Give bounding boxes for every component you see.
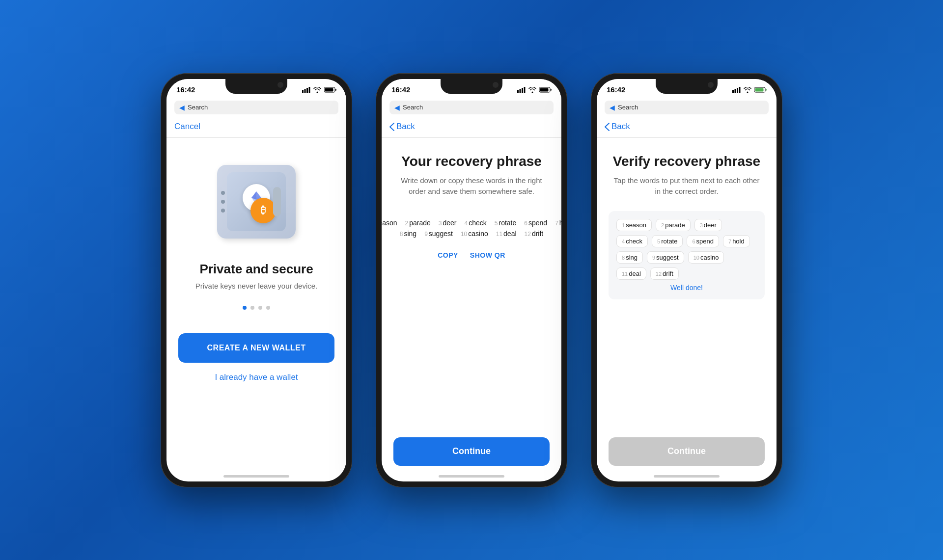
nav-bar-2: Back <box>382 116 561 138</box>
verify-word-6[interactable]: 6spend <box>687 235 719 247</box>
verify-word-3[interactable]: 3deer <box>694 219 722 231</box>
status-time-1: 16:42 <box>176 85 195 94</box>
verify-word-1[interactable]: 1season <box>616 219 652 231</box>
back-button-3[interactable]: Back <box>605 122 630 132</box>
show-qr-button[interactable]: SHOW QR <box>470 251 505 259</box>
phone-2: 16:42 ◀ Search Back Your recovery phrase… <box>376 73 567 487</box>
well-done-text: Well done! <box>616 284 757 292</box>
word-1: 1season <box>382 219 397 227</box>
verify-word-5[interactable]: 5rotate <box>652 235 683 247</box>
btc-coin: ₿ <box>250 198 276 223</box>
word-4: 4check <box>465 219 487 227</box>
home-indicator-3 <box>654 475 720 478</box>
verify-word-12[interactable]: 12drift <box>650 267 679 280</box>
search-text-2: Search <box>403 104 423 111</box>
wifi-icon-1 <box>313 87 321 93</box>
signal-icon-3 <box>732 87 741 93</box>
camera-1 <box>277 82 283 88</box>
screen3-subtitle: Tap the words to put them next to each o… <box>609 175 765 197</box>
signal-icon-2 <box>517 87 526 93</box>
screen-content-1: ₿ Private and secure Private keys never … <box>166 138 346 481</box>
back-label-3: Back <box>611 122 630 132</box>
svg-rect-2 <box>306 88 308 93</box>
chevron-left-icon-2 <box>389 123 394 131</box>
dots-indicator <box>243 306 270 310</box>
battery-icon-2 <box>539 87 552 93</box>
search-text-3: Search <box>618 104 638 111</box>
status-time-3: 16:42 <box>607 85 625 94</box>
verify-word-8[interactable]: 8sing <box>616 251 643 264</box>
vault-door: ₿ <box>227 172 286 231</box>
search-bar-2: ◀ Search <box>389 101 554 114</box>
back-label-2: Back <box>396 122 415 132</box>
verify-word-10[interactable]: 10casino <box>688 251 724 264</box>
battery-icon-3 <box>754 87 767 93</box>
continue-button-3: Continue <box>609 437 765 466</box>
verify-word-9[interactable]: 9suggest <box>647 251 684 264</box>
screen-1: 16:42 ◀ Search Cancel <box>166 79 346 481</box>
back-arrow-1: ◀ <box>179 104 185 111</box>
verify-box: 1season 2parade 3deer 4check 5rotate 6sp… <box>609 211 765 299</box>
dot-3 <box>258 306 262 310</box>
continue-button-2[interactable]: Continue <box>393 437 550 466</box>
status-icons-2 <box>517 87 552 93</box>
word-7: 7hold <box>555 219 561 227</box>
chevron-left-icon-3 <box>605 123 610 131</box>
screen2-title: Your recovery phrase <box>401 154 542 169</box>
camera-3 <box>708 82 714 88</box>
svg-rect-18 <box>737 88 738 93</box>
word-5: 5rotate <box>495 219 517 227</box>
verify-word-4[interactable]: 4check <box>616 235 648 247</box>
verify-word-11[interactable]: 11deal <box>616 267 646 280</box>
battery-icon-1 <box>324 87 336 93</box>
recovery-row-1: 1season 2parade 3deer 4check 5rotate 6sp… <box>399 219 544 227</box>
word-11: 11deal <box>496 230 517 238</box>
screen-content-2: Your recovery phrase Write down or copy … <box>382 138 561 481</box>
svg-rect-13 <box>524 87 526 93</box>
svg-rect-0 <box>302 90 304 93</box>
svg-rect-11 <box>520 89 521 93</box>
screen-3: 16:42 ◀ Search Back Verify recovery phra… <box>597 79 777 481</box>
dot-1 <box>243 306 247 310</box>
word-3: 3deer <box>439 219 457 227</box>
back-arrow-2: ◀ <box>394 104 400 111</box>
svg-rect-12 <box>522 88 523 93</box>
search-bar-3: ◀ Search <box>605 101 769 114</box>
svg-rect-19 <box>739 87 741 93</box>
nav-bar-3: Back <box>597 116 777 138</box>
home-indicator-2 <box>439 475 504 478</box>
svg-rect-21 <box>755 88 764 91</box>
vault-illustration: ₿ <box>207 158 305 246</box>
import-wallet-button[interactable]: I already have a wallet <box>215 373 298 382</box>
nav-bar-1: Cancel <box>166 116 346 138</box>
home-indicator-1 <box>223 475 289 478</box>
verify-word-2[interactable]: 2parade <box>656 219 691 231</box>
word-10: 10casino <box>461 230 488 238</box>
dot-2 <box>250 306 254 310</box>
create-wallet-button[interactable]: CREATE A NEW WALLET <box>178 333 334 363</box>
svg-rect-3 <box>309 87 310 93</box>
vault-handle <box>273 187 281 216</box>
status-time-2: 16:42 <box>391 85 410 94</box>
svg-rect-10 <box>517 90 519 93</box>
screen-2: 16:42 ◀ Search Back Your recovery phrase… <box>382 79 561 481</box>
phone-1: 16:42 ◀ Search Cancel <box>161 73 352 487</box>
back-button-2[interactable]: Back <box>389 122 415 132</box>
screen1-title: Private and secure <box>199 262 313 277</box>
btc-symbol: ₿ <box>261 205 266 216</box>
svg-rect-17 <box>735 89 736 93</box>
cancel-button-1[interactable]: Cancel <box>174 122 200 132</box>
screen1-subtitle: Private keys never leave your device. <box>195 282 317 290</box>
dot-4 <box>266 306 270 310</box>
copy-button[interactable]: COPY <box>438 251 458 259</box>
recovery-actions: COPY SHOW QR <box>438 251 505 259</box>
status-icons-1 <box>302 87 336 93</box>
search-text-1: Search <box>188 104 208 111</box>
signal-icon-1 <box>302 87 310 93</box>
word-8: 8sing <box>400 230 416 238</box>
svg-rect-15 <box>540 88 549 91</box>
screen-content-3: Verify recovery phrase Tap the words to … <box>597 138 777 481</box>
status-icons-3 <box>732 87 767 93</box>
verify-word-7[interactable]: 7hold <box>723 235 750 247</box>
verify-words-grid: 1season 2parade 3deer 4check 5rotate 6sp… <box>616 219 757 280</box>
